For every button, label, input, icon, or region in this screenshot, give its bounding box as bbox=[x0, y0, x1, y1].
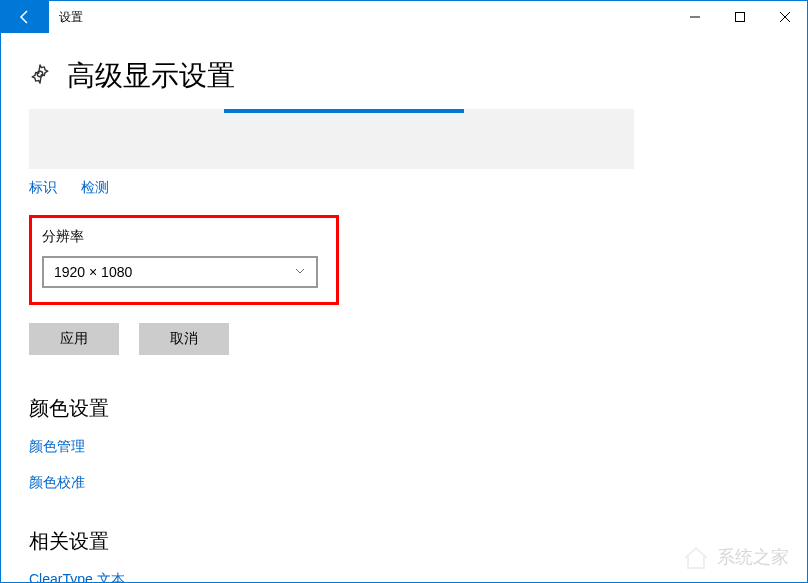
display-actions-row: 标识 检测 bbox=[29, 179, 779, 197]
cancel-button[interactable]: 取消 bbox=[139, 323, 229, 355]
page-title: 高级显示设置 bbox=[67, 57, 235, 95]
maximize-icon bbox=[735, 12, 745, 22]
apply-button[interactable]: 应用 bbox=[29, 323, 119, 355]
arrow-left-icon bbox=[17, 9, 33, 25]
maximize-button[interactable] bbox=[717, 1, 762, 33]
close-button[interactable] bbox=[762, 1, 807, 33]
color-settings-title: 颜色设置 bbox=[29, 395, 779, 422]
detect-link[interactable]: 检测 bbox=[81, 179, 109, 197]
gear-icon bbox=[29, 63, 51, 90]
related-settings-title: 相关设置 bbox=[29, 528, 779, 555]
identify-link[interactable]: 标识 bbox=[29, 179, 57, 197]
caption-buttons bbox=[672, 1, 807, 33]
window-title: 设置 bbox=[59, 9, 83, 26]
button-row: 应用 取消 bbox=[29, 323, 779, 355]
resolution-highlight-box: 分辨率 1920 × 1080 bbox=[29, 215, 339, 305]
svg-point-4 bbox=[37, 71, 43, 77]
cleartype-link[interactable]: ClearType 文本 bbox=[29, 571, 779, 583]
resolution-value: 1920 × 1080 bbox=[54, 264, 132, 280]
resolution-label: 分辨率 bbox=[42, 228, 326, 246]
minimize-icon bbox=[690, 12, 700, 22]
chevron-down-icon bbox=[294, 263, 306, 281]
content: 高级显示设置 标识 检测 分辨率 1920 × 1080 应用 取消 颜色设置 … bbox=[1, 33, 807, 583]
color-management-link[interactable]: 颜色管理 bbox=[29, 438, 779, 456]
color-calibration-link[interactable]: 颜色校准 bbox=[29, 474, 779, 492]
preview-selection-bar bbox=[224, 109, 464, 113]
page-header: 高级显示设置 bbox=[29, 57, 779, 95]
minimize-button[interactable] bbox=[672, 1, 717, 33]
resolution-dropdown[interactable]: 1920 × 1080 bbox=[42, 256, 318, 288]
back-button[interactable] bbox=[1, 1, 49, 33]
svg-rect-1 bbox=[735, 13, 744, 22]
display-preview bbox=[29, 109, 634, 169]
titlebar: 设置 bbox=[1, 1, 807, 33]
close-icon bbox=[780, 12, 790, 22]
